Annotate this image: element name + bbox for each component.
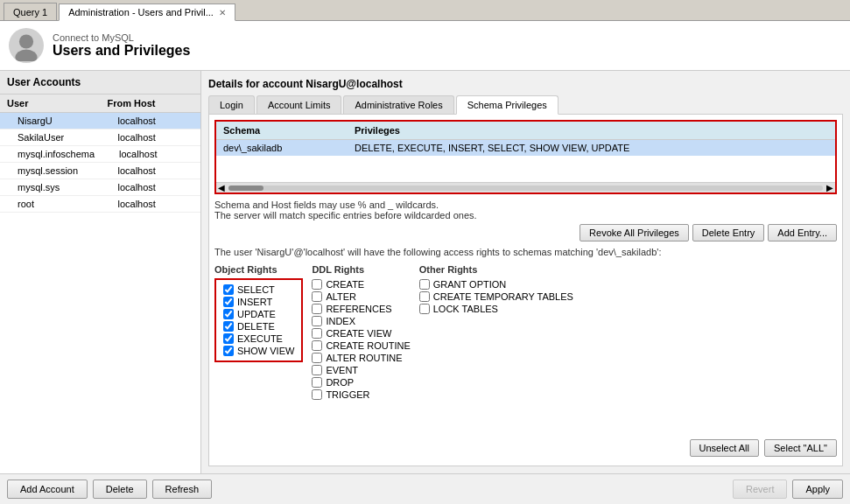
header-title: Users and Privileges — [53, 43, 190, 59]
checkbox-references[interactable] — [312, 304, 322, 314]
scrollbar-thumb — [228, 186, 263, 191]
checkbox-update[interactable] — [223, 309, 234, 319]
checkbox-create-routine[interactable] — [312, 340, 322, 351]
svg-point-1 — [15, 50, 37, 62]
left-panel: User Accounts User From Host NisargU loc… — [0, 71, 201, 473]
scroll-right-icon[interactable]: ▶ — [823, 183, 833, 192]
wildcards-line1: Schema and Host fields may use % and _ w… — [214, 200, 837, 210]
schema-name-0: dev\_sakiladb — [216, 140, 348, 156]
label-create-routine: CREATE ROUTINE — [326, 340, 410, 351]
delete-button[interactable]: Delete — [93, 480, 147, 499]
schema-table-header: Schema Privileges — [216, 122, 835, 140]
user-row-0[interactable]: NisargU localhost — [0, 113, 200, 130]
label-update: UPDATE — [237, 309, 276, 319]
user-row-1[interactable]: SakilaUser localhost — [0, 130, 200, 146]
checkbox-show-view[interactable] — [223, 346, 234, 356]
schema-table-container: Schema Privileges dev\_sakiladb DELETE, … — [214, 120, 837, 194]
tab-schema-privileges[interactable]: Schema Privileges — [456, 95, 558, 115]
host-col-header: From Host — [101, 94, 201, 112]
delete-entry-button[interactable]: Delete Entry — [692, 224, 765, 242]
user-row-4[interactable]: mysql.sys localhost — [0, 179, 200, 196]
avatar — [9, 28, 44, 63]
checkbox-execute[interactable] — [223, 333, 234, 344]
other-rights-box: GRANT OPTION CREATE TEMPORARY TABLES LOC… — [419, 278, 573, 315]
revert-button[interactable]: Revert — [733, 480, 787, 499]
user-host-2: localhost — [102, 146, 200, 162]
revoke-all-button[interactable]: Revoke All Privileges — [580, 224, 689, 242]
priv-create-routine: CREATE ROUTINE — [312, 340, 410, 352]
schema-privs-0: DELETE, EXECUTE, INSERT, SELECT, SHOW VI… — [348, 140, 636, 156]
checkbox-grant-option[interactable] — [419, 279, 430, 290]
tab-bar: Query 1 Administration - Users and Privi… — [0, 0, 850, 21]
priv-execute: EXECUTE — [223, 332, 294, 345]
label-delete: DELETE — [237, 321, 275, 332]
checkbox-create-temp-tables[interactable] — [419, 291, 430, 302]
checkbox-delete[interactable] — [223, 321, 234, 332]
inner-tabs-bar: Login Account Limits Administrative Role… — [208, 95, 843, 115]
unselect-all-button[interactable]: Unselect All — [690, 439, 759, 457]
user-host-3: localhost — [101, 163, 201, 178]
priv-lock-tables: LOCK TABLES — [419, 303, 573, 315]
priv-create: CREATE — [312, 278, 410, 290]
scroll-left-icon[interactable]: ◀ — [218, 183, 228, 192]
object-rights-title: Object Rights — [214, 264, 303, 275]
user-row-3[interactable]: mysql.session localhost — [0, 163, 200, 179]
priv-insert: INSERT — [223, 296, 294, 308]
priv-drop: DROP — [312, 376, 410, 388]
checkbox-trigger[interactable] — [312, 389, 322, 400]
tab-query1[interactable]: Query 1 — [4, 3, 57, 20]
left-panel-header: User Accounts — [0, 71, 200, 94]
user-name-3: mysql.session — [0, 163, 101, 178]
checkbox-create-view[interactable] — [312, 328, 322, 339]
checkbox-alter-routine[interactable] — [312, 353, 322, 363]
user-name-1: SakilaUser — [0, 130, 101, 145]
scrollbar-track — [228, 186, 823, 191]
right-panel-title: Details for account NisargU@localhost — [208, 78, 843, 90]
schema-scrollbar[interactable]: ◀ ▶ — [216, 182, 835, 192]
bottom-bar: Add Account Delete Refresh Revert Apply — [0, 473, 850, 504]
header: Connect to MySQL Users and Privileges — [0, 21, 850, 71]
wildcards-line2: The server will match specific entries b… — [214, 210, 837, 220]
tab-admin-roles[interactable]: Administrative Roles — [343, 95, 453, 114]
label-alter: ALTER — [326, 291, 356, 302]
priv-index: INDEX — [312, 315, 410, 327]
checkbox-index[interactable] — [312, 316, 322, 326]
bottom-bar-left: Add Account Delete Refresh — [7, 480, 212, 499]
label-index: INDEX — [326, 316, 355, 326]
refresh-button[interactable]: Refresh — [152, 480, 213, 499]
priv-create-temp-tables: CREATE TEMPORARY TABLES — [419, 290, 573, 303]
schema-table-row-0[interactable]: dev\_sakiladb DELETE, EXECUTE, INSERT, S… — [216, 140, 835, 156]
add-account-button[interactable]: Add Account — [7, 480, 88, 499]
label-create: CREATE — [326, 279, 364, 290]
object-rights-box: SELECT INSERT UPDATE — [214, 278, 303, 362]
right-panel: Details for account NisargU@localhost Lo… — [201, 71, 850, 473]
checkbox-lock-tables[interactable] — [419, 304, 430, 314]
apply-button[interactable]: Apply — [792, 480, 843, 499]
checkbox-alter[interactable] — [312, 291, 322, 302]
checkbox-select[interactable] — [223, 284, 234, 295]
tab-admin[interactable]: Administration - Users and Privil... ✕ — [59, 4, 235, 21]
select-all-area: Unselect All Select "ALL" — [214, 432, 837, 457]
tab-account-limits[interactable]: Account Limits — [256, 95, 342, 114]
label-select: SELECT — [237, 284, 275, 295]
label-execute: EXECUTE — [237, 333, 283, 344]
priv-delete: DELETE — [223, 320, 294, 332]
checkbox-drop[interactable] — [312, 377, 322, 388]
header-subtitle: Connect to MySQL — [53, 32, 190, 43]
add-entry-button[interactable]: Add Entry... — [768, 224, 837, 242]
close-icon[interactable]: ✕ — [219, 8, 226, 18]
access-note: The user 'NisargU'@'localhost' will have… — [214, 247, 837, 257]
user-name-5: root — [0, 196, 101, 212]
object-rights-group: Object Rights SELECT INSERT — [214, 264, 303, 432]
checkbox-create[interactable] — [312, 279, 322, 290]
label-grant-option: GRANT OPTION — [433, 279, 507, 290]
tab-login[interactable]: Login — [208, 95, 255, 114]
user-row-5[interactable]: root localhost — [0, 196, 200, 213]
user-host-4: localhost — [101, 179, 201, 195]
label-create-temp-tables: CREATE TEMPORARY TABLES — [433, 291, 573, 302]
priv-update: UPDATE — [223, 308, 294, 320]
user-row-2[interactable]: mysql.infoschema localhost — [0, 146, 200, 163]
select-all-button[interactable]: Select "ALL" — [764, 439, 837, 457]
checkbox-event[interactable] — [312, 365, 322, 375]
checkbox-insert[interactable] — [223, 297, 234, 307]
